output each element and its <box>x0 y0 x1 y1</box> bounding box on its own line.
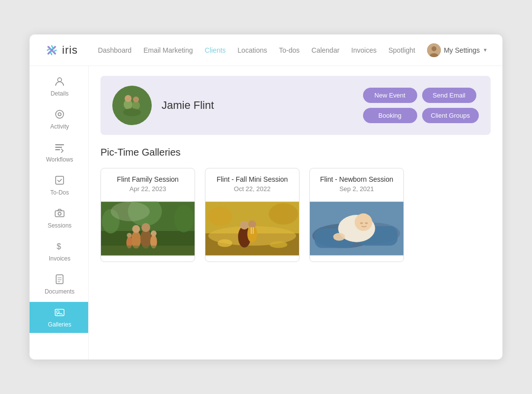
sidebar-item-invoices[interactable]: $ Invoices <box>30 236 88 267</box>
nav-item-invoices[interactable]: Invoices <box>351 46 376 55</box>
sidebar-item-workflows[interactable]: Workflows <box>30 137 88 168</box>
send-email-button[interactable]: Send Email <box>422 88 476 103</box>
sidebar-workflows-label: Workflows <box>46 156 73 163</box>
app-window: iris Dashboard Email Marketing Clients L… <box>30 34 502 360</box>
sidebar-invoices-label: Invoices <box>49 255 70 262</box>
svg-point-61 <box>365 222 368 224</box>
sidebar-details-label: Details <box>51 90 69 97</box>
logo-icon <box>44 43 59 58</box>
svg-rect-10 <box>55 211 64 217</box>
svg-point-33 <box>140 229 151 249</box>
svg-point-34 <box>141 223 150 232</box>
svg-text:$: $ <box>57 242 61 251</box>
gallery-card-text-fall: Flint - Fall Mini Session Oct 22, 2022 <box>205 168 299 201</box>
gallery-card-image-fall <box>205 201 299 256</box>
svg-point-24 <box>123 108 141 116</box>
workflows-icon <box>54 142 65 154</box>
activity-icon <box>54 109 65 121</box>
svg-point-21 <box>125 95 132 102</box>
svg-point-32 <box>132 225 140 233</box>
new-event-button[interactable]: New Event <box>363 88 417 103</box>
fall-photo <box>205 201 299 256</box>
sidebar-item-to-dos[interactable]: To-Dos <box>30 170 88 201</box>
section-title: Pic-Time Galleries <box>100 147 491 158</box>
gallery-grid: Flint Family Session Apr 22, 2023 <box>100 168 491 262</box>
nav-item-spotlight[interactable]: Spotlight <box>388 46 415 55</box>
profile-avatar <box>112 86 152 125</box>
svg-rect-49 <box>251 227 252 234</box>
sidebar-activity-label: Activity <box>50 123 69 130</box>
gallery-card-date-0: Apr 22, 2023 <box>108 185 188 193</box>
svg-point-30 <box>111 202 150 222</box>
svg-rect-39 <box>101 246 195 256</box>
svg-point-48 <box>248 220 256 228</box>
nav-links: Dashboard Email Marketing Clients Locati… <box>98 46 415 55</box>
invoices-icon: $ <box>54 241 65 253</box>
newborn-photo <box>310 201 403 256</box>
svg-rect-9 <box>56 176 64 184</box>
sidebar-todos-label: To-Dos <box>50 189 69 196</box>
svg-rect-50 <box>253 227 254 234</box>
svg-rect-13 <box>56 275 63 284</box>
svg-point-43 <box>208 206 232 226</box>
nav-item-locations[interactable]: Locations <box>237 46 267 55</box>
client-groups-button[interactable]: Client Groups <box>422 108 479 123</box>
svg-point-62 <box>333 233 345 241</box>
profile-name: Jamie Flint <box>162 99 363 112</box>
logo-text: iris <box>62 44 78 57</box>
svg-point-60 <box>360 222 363 224</box>
sidebar-galleries-label: Galleries <box>48 321 71 328</box>
sidebar: Details Activity <box>30 66 89 360</box>
gallery-card-title-1: Flint - Fall Mini Session <box>212 175 292 183</box>
gallery-card-fall[interactable]: Flint - Fall Mini Session Oct 22, 2022 <box>205 168 299 262</box>
profile-actions: New Event Send Email Booking Client Grou… <box>363 88 479 123</box>
nav-item-clients[interactable]: Clients <box>205 46 226 55</box>
svg-point-4 <box>56 110 64 118</box>
svg-point-11 <box>58 212 61 215</box>
avatar <box>427 43 441 57</box>
svg-point-51 <box>218 239 233 247</box>
svg-point-1 <box>432 46 436 51</box>
svg-point-36 <box>151 230 157 236</box>
gallery-card-newborn[interactable]: Flint - Newborn Session Sep 2, 2021 <box>309 168 404 262</box>
family-photo <box>101 201 195 256</box>
main-body: Details Activity <box>30 66 502 360</box>
nav-user[interactable]: My Settings ▼ <box>427 43 488 57</box>
sidebar-item-sessions[interactable]: Sessions <box>30 203 88 234</box>
sidebar-documents-label: Documents <box>45 288 75 295</box>
content-area: Jamie Flint New Event Send Email Booking… <box>89 66 502 360</box>
svg-point-28 <box>174 205 194 232</box>
gallery-card-family[interactable]: Flint Family Session Apr 22, 2023 <box>100 168 195 262</box>
svg-point-5 <box>58 113 61 116</box>
gallery-card-date-1: Oct 22, 2022 <box>212 185 292 193</box>
svg-rect-6 <box>55 144 64 145</box>
action-row-bottom: Booking Client Groups <box>363 108 479 123</box>
documents-icon <box>54 274 65 286</box>
logo: iris <box>44 43 78 58</box>
gallery-card-text-newborn: Flint - Newborn Session Sep 2, 2021 <box>310 168 403 201</box>
sidebar-item-galleries[interactable]: Galleries <box>30 302 88 333</box>
profile-header: Jamie Flint New Event Send Email Booking… <box>100 76 491 135</box>
sidebar-item-details[interactable]: Details <box>30 71 88 102</box>
user-avatar-img <box>427 43 441 57</box>
booking-button[interactable]: Booking <box>363 108 417 123</box>
gallery-card-title-0: Flint Family Session <box>108 175 188 183</box>
sidebar-item-documents[interactable]: Documents <box>30 269 88 300</box>
profile-avatar-img <box>112 86 152 125</box>
svg-point-59 <box>355 213 372 231</box>
svg-point-23 <box>133 97 139 102</box>
sidebar-item-activity[interactable]: Activity <box>30 104 88 135</box>
details-icon <box>54 76 65 88</box>
svg-point-52 <box>270 241 288 248</box>
svg-point-44 <box>269 203 298 225</box>
to-dos-icon <box>54 175 65 187</box>
gallery-card-title-2: Flint - Newborn Session <box>317 175 397 183</box>
gallery-card-date-2: Sep 2, 2021 <box>317 185 397 193</box>
nav-item-email-marketing[interactable]: Email Marketing <box>143 46 193 55</box>
gallery-card-image-family <box>101 201 195 256</box>
top-nav: iris Dashboard Email Marketing Clients L… <box>30 34 502 66</box>
sessions-icon <box>54 208 65 220</box>
nav-item-calendar[interactable]: Calendar <box>311 46 339 55</box>
nav-item-dashboard[interactable]: Dashboard <box>98 46 132 55</box>
nav-item-to-dos[interactable]: To-dos <box>279 46 299 55</box>
